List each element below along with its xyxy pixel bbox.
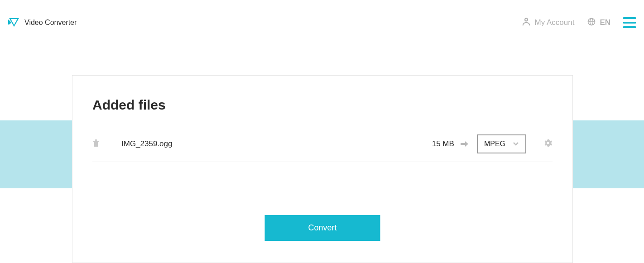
svg-rect-6 <box>95 139 97 141</box>
gear-icon <box>543 139 553 149</box>
file-size: 15 MB <box>432 139 454 148</box>
globe-icon <box>587 17 596 29</box>
svg-rect-5 <box>94 142 98 147</box>
file-row: IMG_2359.ogg 15 MB MPEG <box>92 134 553 162</box>
delete-button[interactable] <box>92 139 100 149</box>
svg-rect-4 <box>93 141 99 142</box>
format-value: MPEG <box>484 140 505 148</box>
convert-button[interactable]: Convert <box>264 215 380 241</box>
language-selector[interactable]: EN <box>587 17 610 29</box>
header-right: My Account EN <box>521 15 636 30</box>
chevron-down-icon <box>513 142 519 146</box>
hamburger-icon <box>623 26 636 28</box>
logo-icon <box>8 17 20 29</box>
my-account-label: My Account <box>535 18 575 27</box>
svg-point-8 <box>547 142 549 144</box>
header: Video Converter My Account EN <box>0 0 644 45</box>
added-files-card: Added files IMG_2359.ogg 15 MB MPEG <box>72 75 573 263</box>
svg-point-0 <box>525 18 528 21</box>
settings-button[interactable] <box>543 139 553 149</box>
file-name: IMG_2359.ogg <box>121 139 432 148</box>
arrow-right-icon <box>461 141 469 147</box>
hamburger-icon <box>623 17 636 19</box>
logo-section[interactable]: Video Converter <box>8 17 77 29</box>
trash-icon <box>92 139 100 149</box>
person-icon <box>521 17 531 29</box>
my-account-link[interactable]: My Account <box>521 17 575 29</box>
svg-rect-7 <box>461 143 465 145</box>
format-dropdown[interactable]: MPEG <box>477 134 526 153</box>
hamburger-icon <box>623 22 636 24</box>
menu-button[interactable] <box>623 15 636 30</box>
language-label: EN <box>600 18 610 27</box>
app-title: Video Converter <box>24 19 77 27</box>
card-title: Added files <box>92 97 553 113</box>
